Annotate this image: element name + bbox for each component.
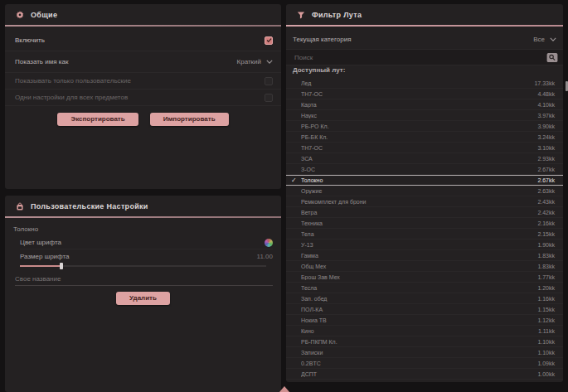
loot-row[interactable]: ТН7-ОС4.48kk bbox=[286, 89, 563, 99]
loot-row[interactable]: РБ-БК Кл.3.24kk bbox=[286, 132, 563, 143]
loot-item-name: ЗСА bbox=[301, 156, 537, 162]
loot-item-value: 1.09kk bbox=[537, 361, 555, 366]
available-loot-label: Доступный лут: bbox=[293, 66, 345, 74]
only-custom-checkbox[interactable] bbox=[265, 77, 273, 85]
divider bbox=[5, 216, 281, 218]
slider-fill bbox=[20, 265, 60, 267]
loot-item-value: 1.90kk bbox=[537, 242, 555, 248]
loot-item-name: 0.2BTC bbox=[301, 361, 537, 366]
enable-checkbox[interactable] bbox=[265, 36, 273, 45]
loot-row[interactable]: ДСПТ1.00kk bbox=[286, 369, 563, 380]
custom-name-input[interactable] bbox=[15, 273, 273, 286]
export-import-row: Экспортировать Импортировать bbox=[5, 113, 281, 126]
loot-item-value: 2.43kk bbox=[537, 199, 555, 205]
loot-row[interactable]: Тела2.15kk bbox=[286, 229, 563, 240]
loot-row[interactable]: У-131.90kk bbox=[286, 240, 563, 250]
loot-row[interactable]: Записки1.10kk bbox=[286, 347, 563, 358]
loot-item-name: У-13 bbox=[301, 242, 537, 248]
loot-item-value: 2.16kk bbox=[537, 220, 555, 226]
loot-item-value: 2.42kk bbox=[537, 210, 555, 215]
loot-row[interactable]: ПОЛ-КА1.15kk bbox=[286, 304, 563, 315]
category-value: Все bbox=[533, 36, 545, 43]
chevron-down-icon bbox=[266, 60, 273, 64]
loot-item-value: 4.10kk bbox=[537, 102, 555, 108]
color-wheel-icon[interactable] bbox=[265, 239, 273, 247]
panel-general-header: Общие bbox=[5, 4, 281, 25]
loot-item-name: ТН7-ОС bbox=[301, 145, 537, 151]
loot-row[interactable]: Нокиа ТВ1.12kk bbox=[286, 315, 563, 326]
loot-item-name: Брош Зав Мех bbox=[301, 274, 537, 280]
loot-item-name: Наукс bbox=[301, 113, 537, 119]
delete-row: Удалить bbox=[5, 292, 281, 305]
loot-item-name: Зап. обед bbox=[301, 296, 537, 302]
setting-row-same-settings: Одни настройки для всех предметов bbox=[5, 90, 281, 106]
divider bbox=[286, 25, 563, 27]
slider-handle[interactable] bbox=[60, 263, 63, 269]
panel-filter-title: Фильтр Лута bbox=[312, 11, 362, 19]
loot-row[interactable]: Общ Мех1.83kk bbox=[286, 261, 563, 272]
same-settings-label: Одни настройки для всех предметов bbox=[15, 94, 265, 101]
loot-item-value: 1.83kk bbox=[537, 253, 555, 259]
setting-row-show-name: Показать имя как Краткий bbox=[5, 51, 281, 73]
show-name-dropdown[interactable]: Краткий bbox=[237, 58, 273, 65]
loot-item-value: 2.63kk bbox=[537, 188, 555, 194]
panel-loot-filter: Фильтр Лута Текущая категория Все Доступ… bbox=[286, 4, 563, 382]
scroll-up-arrow-icon[interactable] bbox=[279, 386, 289, 392]
delete-button[interactable]: Удалить bbox=[116, 292, 170, 305]
loot-item-name: Ветра bbox=[301, 210, 537, 215]
chevron-down-icon bbox=[550, 37, 556, 41]
loot-row[interactable]: Оружие2.63kk bbox=[286, 186, 563, 196]
loot-item-value: 1.15kk bbox=[537, 307, 555, 312]
loot-item-value: 1.12kk bbox=[537, 317, 555, 323]
font-size-value: 11.00 bbox=[257, 253, 273, 260]
loot-item-name: ПОЛ-КА bbox=[301, 307, 537, 312]
loot-row[interactable]: Зап. обед1.16kk bbox=[286, 293, 563, 304]
loot-item-value: 1.16kk bbox=[537, 296, 555, 302]
export-button[interactable]: Экспортировать bbox=[57, 113, 138, 126]
loot-item-value: 2.93kk bbox=[537, 156, 555, 162]
search-input[interactable] bbox=[294, 54, 546, 61]
loot-item-name: Общ Мех bbox=[301, 264, 537, 269]
loot-item-value: 3.24kk bbox=[537, 134, 555, 140]
loot-row[interactable]: Тесла1.20kk bbox=[286, 283, 563, 293]
same-settings-checkbox[interactable] bbox=[265, 94, 273, 102]
loot-item-name: З-ОС bbox=[301, 167, 537, 172]
import-button[interactable]: Импортировать bbox=[150, 113, 229, 126]
loot-item-name: РБ-РО Кл. bbox=[301, 123, 537, 129]
loot-row[interactable]: Ветра2.42kk bbox=[286, 207, 563, 218]
font-size-slider[interactable] bbox=[20, 263, 266, 269]
loot-row[interactable]: ЗСА2.93kk bbox=[286, 153, 563, 164]
loot-item-value: 2.67kk bbox=[537, 177, 555, 183]
panel-custom-settings: Пользовательские Настройки Толокно Цвет … bbox=[5, 196, 281, 392]
enable-label: Включить bbox=[15, 36, 265, 44]
loot-item-name: Нокиа ТВ bbox=[301, 317, 537, 323]
selected-check-icon: ✓ bbox=[291, 177, 301, 184]
loot-item-name: РБ-БК Кл. bbox=[301, 134, 537, 140]
loot-row[interactable]: Лед17.33kk bbox=[286, 78, 563, 89]
loot-row[interactable]: Карта4.10kk bbox=[286, 99, 563, 110]
loot-row[interactable]: Ремкомплект для брони2.43kk bbox=[286, 196, 563, 207]
loot-row[interactable]: Гамма1.83kk bbox=[286, 250, 563, 261]
divider bbox=[5, 25, 281, 27]
loot-row[interactable]: Наукс3.97kk bbox=[286, 110, 563, 121]
panel-custom-title: Пользовательские Настройки bbox=[31, 202, 148, 211]
show-name-label: Показать имя как bbox=[15, 58, 237, 65]
loot-row[interactable]: Брош Зав Мех1.77kk bbox=[286, 272, 563, 283]
loot-row[interactable]: Техника2.16kk bbox=[286, 218, 563, 229]
loot-row[interactable]: З-ОС2.67kk bbox=[286, 164, 563, 175]
loot-row[interactable]: ✓Толокно2.67kk bbox=[286, 175, 563, 186]
loot-item-value: 1.77kk bbox=[537, 274, 555, 280]
loot-item-value: 1.00kk bbox=[537, 371, 555, 377]
loot-row[interactable]: 0.2BTC1.09kk bbox=[286, 358, 563, 369]
show-name-value: Краткий bbox=[237, 58, 261, 65]
loot-row[interactable]: Кино1.11kk bbox=[286, 326, 563, 336]
only-custom-label: Показывать только пользовательские bbox=[15, 77, 265, 85]
search-icon[interactable] bbox=[546, 53, 558, 62]
loot-row[interactable]: ТН7-ОС3.10kk bbox=[286, 143, 563, 153]
loot-row[interactable]: РБ-ПКПМ Кл.1.10kk bbox=[286, 336, 563, 347]
loot-item-value: 1.11kk bbox=[538, 328, 555, 334]
loot-item-value: 2.67kk bbox=[537, 167, 555, 172]
loot-row[interactable]: РБ-РО Кл.3.90kk bbox=[286, 121, 563, 132]
category-dropdown[interactable]: Все bbox=[533, 36, 556, 43]
font-color-label: Цвет шрифта bbox=[20, 239, 265, 246]
